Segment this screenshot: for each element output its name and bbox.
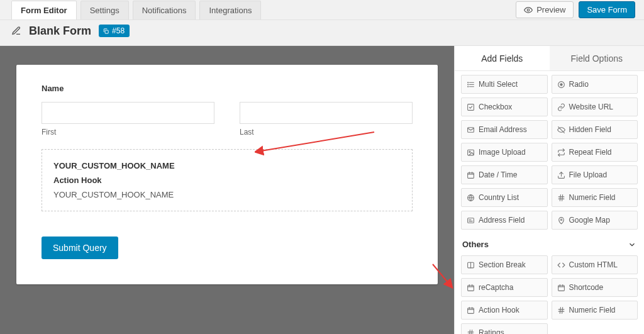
field-tile-repeat-field[interactable]: Repeat Field <box>552 143 638 162</box>
action-hook-type-label: Action Hook <box>53 175 401 185</box>
image-icon <box>467 148 475 157</box>
calendar-icon <box>467 284 475 292</box>
field-tile-label: Shortcode <box>569 283 604 292</box>
field-tile-date-time[interactable]: Date / Time <box>461 165 548 184</box>
field-tile-label: Google Map <box>569 216 610 225</box>
editor-tabs: Form Editor Settings Notifications Integ… <box>11 1 261 19</box>
submit-button[interactable]: Submit Query <box>42 237 118 259</box>
section-others[interactable]: Others <box>462 240 636 249</box>
field-tile-checkbox[interactable]: Checkbox <box>461 97 548 116</box>
svg-line-24 <box>560 194 560 201</box>
field-tile-image-upload[interactable]: Image Upload <box>461 143 548 162</box>
svg-rect-15 <box>468 172 474 178</box>
pencil-icon <box>11 26 21 36</box>
svg-rect-10 <box>468 104 474 110</box>
svg-rect-1 <box>105 30 108 33</box>
svg-line-46 <box>560 307 560 313</box>
action-hook-block[interactable]: YOUR_CUSTOM_HOOK_NAME Action Hook YOUR_C… <box>42 149 413 211</box>
card-icon <box>467 216 475 225</box>
mail-icon <box>467 126 475 134</box>
top-actions: Preview Save Form <box>516 1 644 18</box>
field-tile-label: Email Address <box>479 125 527 134</box>
field-tile-address-field[interactable]: Address Field <box>461 211 548 230</box>
svg-point-9 <box>560 83 562 85</box>
field-tile-file-upload[interactable]: File Upload <box>552 165 638 184</box>
field-tile-label: Image Upload <box>479 148 526 157</box>
copy-icon <box>103 28 109 35</box>
svg-rect-40 <box>468 308 474 313</box>
field-tile-radio[interactable]: Radio <box>552 75 638 94</box>
upload-icon <box>557 171 565 179</box>
pin-icon <box>557 216 565 225</box>
form-editor-canvas: Name First Last YOUR_CUSTOM_HOOK_NAME Ac… <box>0 46 454 334</box>
svg-rect-36 <box>558 285 564 291</box>
fields-panel: Add Fields Field Options Multi SelectRad… <box>454 46 644 334</box>
action-hook-name: YOUR_CUSTOM_HOOK_NAME <box>53 161 401 170</box>
calendar-icon <box>467 306 475 315</box>
svg-point-5 <box>468 82 469 82</box>
field-tile-numeric-field[interactable]: Numeric Field <box>552 188 638 207</box>
preview-button[interactable]: Preview <box>516 1 574 18</box>
tab-add-fields[interactable]: Add Fields <box>455 46 550 70</box>
link-icon <box>557 103 565 111</box>
tab-field-options[interactable]: Field Options <box>550 46 645 70</box>
toolbar: Form Editor Settings Notifications Integ… <box>0 0 644 20</box>
list-icon <box>467 81 475 89</box>
svg-line-50 <box>469 330 470 334</box>
name-field-label: Name <box>42 84 413 93</box>
field-tile-recaptcha[interactable]: reCaptcha <box>461 278 548 297</box>
globe-icon <box>467 194 475 202</box>
field-tile-label: Ratings <box>479 328 504 334</box>
field-tile-label: Hidden Field <box>569 125 611 134</box>
tab-form-editor[interactable]: Form Editor <box>11 1 77 19</box>
field-tile-label: Website URL <box>569 103 613 111</box>
tab-notifications[interactable]: Notifications <box>133 1 196 19</box>
svg-point-7 <box>468 86 469 87</box>
field-tile-label: Address Field <box>479 216 525 225</box>
svg-rect-26 <box>468 218 474 223</box>
eye-off-icon <box>557 126 565 134</box>
field-tile-label: Section Break <box>479 260 526 269</box>
hash-icon <box>557 306 565 315</box>
shortcode-badge[interactable]: #58 <box>99 25 130 37</box>
fields-scroll[interactable]: Multi SelectRadioCheckboxWebsite URLEmai… <box>455 71 644 334</box>
field-tile-numeric-field[interactable]: Numeric Field <box>552 301 638 320</box>
save-form-button[interactable]: Save Form <box>579 1 635 18</box>
calendar-icon <box>557 284 565 292</box>
action-hook-slug: YOUR_CUSTOM_HOOK_NAME <box>53 190 401 199</box>
field-tile-label: Numeric Field <box>569 193 616 202</box>
tab-settings[interactable]: Settings <box>80 1 129 19</box>
page-header: Blank Form #58 <box>0 20 644 45</box>
field-tile-google-map[interactable]: Google Map <box>552 211 638 230</box>
field-tile-label: Numeric Field <box>569 306 616 315</box>
field-tile-email-address[interactable]: Email Address <box>461 120 548 139</box>
tab-integrations[interactable]: Integrations <box>199 1 261 19</box>
last-name-sublabel: Last <box>240 128 413 136</box>
field-tile-ratings[interactable]: Ratings <box>461 323 548 334</box>
code-icon <box>557 261 565 269</box>
svg-point-14 <box>469 151 470 152</box>
chevron-down-icon <box>628 240 636 249</box>
hash-icon <box>467 329 475 335</box>
field-tile-shortcode[interactable]: Shortcode <box>552 278 638 297</box>
svg-rect-32 <box>468 285 474 291</box>
field-tile-country-list[interactable]: Country List <box>461 188 548 207</box>
first-name-sublabel: First <box>42 128 214 136</box>
field-tile-multi-select[interactable]: Multi Select <box>461 75 548 94</box>
field-tile-website-url[interactable]: Website URL <box>552 97 638 116</box>
repeat-icon <box>557 148 565 157</box>
first-name-input[interactable] <box>42 102 214 124</box>
shortcode-badge-label: #58 <box>112 26 125 35</box>
field-tile-custom-html[interactable]: Custom HTML <box>552 255 638 274</box>
last-name-input[interactable] <box>240 102 413 124</box>
radio-icon <box>557 81 565 89</box>
svg-line-47 <box>562 307 562 313</box>
field-tile-hidden-field[interactable]: Hidden Field <box>552 120 638 139</box>
svg-line-25 <box>562 194 562 201</box>
field-tile-label: reCaptcha <box>479 283 513 292</box>
page-title: Blank Form <box>29 25 91 38</box>
preview-button-label: Preview <box>536 5 565 14</box>
field-tile-action-hook[interactable]: Action Hook <box>461 301 548 320</box>
field-tile-section-break[interactable]: Section Break <box>461 255 548 274</box>
field-tile-label: File Upload <box>569 170 608 179</box>
